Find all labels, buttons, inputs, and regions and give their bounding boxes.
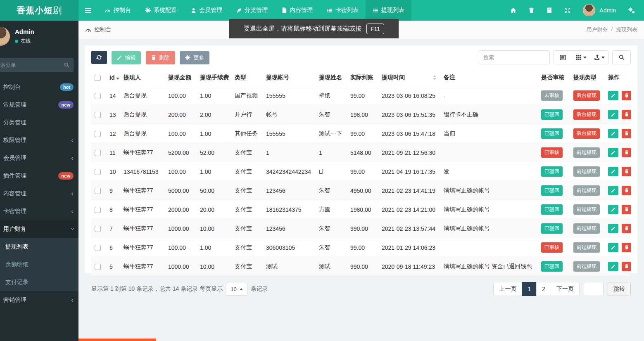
topbar-nav-withdraw-list[interactable]: 提现列表 xyxy=(366,0,411,21)
menu-badge: hot xyxy=(60,83,74,91)
table-search-input[interactable] xyxy=(479,50,550,64)
topbar-nav-content[interactable]: 内容管理 xyxy=(275,0,320,21)
page-size-select[interactable]: 10 xyxy=(226,283,247,296)
sidebar-menu-item[interactable]: 插件管理 new xyxy=(0,167,78,185)
user-icon xyxy=(191,8,196,13)
row-delete-button[interactable] xyxy=(622,167,631,176)
cell-type: 开户行 xyxy=(231,105,263,124)
sidebar-username: Admin xyxy=(15,28,34,35)
topbar-nav-system-config[interactable]: 系统配置 xyxy=(138,0,184,21)
pagination-prev[interactable]: 上一页 xyxy=(493,282,522,296)
cell-amount: 2000.00 xyxy=(165,200,197,219)
caret-down-icon xyxy=(601,57,605,59)
table-row: 5 蜗牛狂奔77 1000.00 10.00 支付宝 测试 测试 990.00 … xyxy=(91,257,631,276)
sidebar-search-input[interactable]: 搜索菜单 xyxy=(0,58,74,72)
row-checkbox[interactable] xyxy=(95,188,101,194)
row-delete-button[interactable] xyxy=(622,110,631,119)
row-checkbox[interactable] xyxy=(95,150,101,156)
select-all-checkbox[interactable] xyxy=(95,75,101,81)
sidebar-item-user-finance[interactable]: 用户财务 xyxy=(0,220,78,238)
row-delete-button[interactable] xyxy=(622,262,631,271)
sidebar-menu-item[interactable]: 权限管理 xyxy=(0,131,78,149)
user-menu[interactable]: Admin xyxy=(583,4,616,17)
row-delete-button[interactable] xyxy=(622,186,631,195)
row-delete-button[interactable] xyxy=(622,91,631,100)
topbar-nav-dashboard[interactable]: 控制台 xyxy=(97,0,138,21)
header-id[interactable]: Id xyxy=(106,69,120,86)
jump-button[interactable]: 跳转 xyxy=(608,282,631,296)
topbar-nav-members[interactable]: 会员管理 xyxy=(184,0,229,21)
pagination-next[interactable]: 下一页 xyxy=(551,282,580,296)
row-delete-button[interactable] xyxy=(622,243,631,252)
home-icon[interactable] xyxy=(510,7,516,14)
columns-button[interactable] xyxy=(572,50,590,64)
row-edit-button[interactable] xyxy=(608,167,618,176)
row-checkbox[interactable] xyxy=(95,112,101,118)
pagination-page-2[interactable]: 2 xyxy=(536,282,551,296)
detail-view-button[interactable] xyxy=(554,50,572,64)
row-edit-button[interactable] xyxy=(608,186,618,195)
jump-page-input[interactable] xyxy=(584,282,604,296)
finance-submenu: 提现列表 余额明细 支付记录 xyxy=(0,238,78,291)
sidebar-menu-item[interactable]: 常规管理 new xyxy=(0,96,78,114)
row-edit-button[interactable] xyxy=(608,262,618,271)
row-delete-button[interactable] xyxy=(622,148,631,157)
columns-icon xyxy=(576,54,582,60)
topbar-nav: 控制台 系统配置 会员管理 分类管理 内容管理 卡密列表 提现列表 xyxy=(78,0,411,21)
cogs-icon[interactable] xyxy=(628,7,635,14)
trash-icon xyxy=(625,226,629,231)
row-checkbox[interactable] xyxy=(95,264,101,270)
header-time[interactable]: 提现时间 xyxy=(378,69,440,86)
table-toolbar: 编辑 删除 更多 xyxy=(85,45,637,69)
row-delete-button[interactable] xyxy=(622,224,631,233)
menu-icon xyxy=(85,8,91,13)
row-delete-button[interactable] xyxy=(622,205,631,214)
refresh-button[interactable] xyxy=(91,51,107,64)
row-checkbox[interactable] xyxy=(95,169,101,175)
edit-button[interactable]: 编辑 xyxy=(112,51,141,64)
cell-id: 6 xyxy=(106,238,120,257)
sidebar-menu-item[interactable]: 营销管理 xyxy=(0,291,78,309)
sidebar-submenu-item[interactable]: 余额明细 xyxy=(0,256,78,273)
sidebar-submenu-item[interactable]: 提现列表 xyxy=(0,238,78,256)
cell-id: 5 xyxy=(106,257,120,276)
sidebar-menu-item[interactable]: 会员管理 xyxy=(0,149,78,167)
book-icon[interactable] xyxy=(547,7,552,13)
row-checkbox[interactable] xyxy=(95,245,101,251)
row-edit-button[interactable] xyxy=(608,148,618,157)
delete-button[interactable]: 删除 xyxy=(146,51,175,64)
pagination-page-1[interactable]: 1 xyxy=(522,282,537,296)
sidebar-toggle-button[interactable] xyxy=(78,0,97,21)
sidebar-menu-item[interactable]: 卡密管理 xyxy=(0,202,78,220)
logo-text-light: 剧 xyxy=(53,5,62,16)
row-edit-button[interactable] xyxy=(608,110,618,119)
row-edit-button[interactable] xyxy=(608,243,618,252)
row-edit-button[interactable] xyxy=(608,224,618,233)
topbar-nav-card-list[interactable]: 卡密列表 xyxy=(320,0,366,21)
more-button[interactable]: 更多 xyxy=(180,51,209,64)
avatar xyxy=(583,4,595,17)
topbar-nav-categories[interactable]: 分类管理 xyxy=(229,0,275,21)
row-delete-button[interactable] xyxy=(622,129,631,138)
trash-icon[interactable] xyxy=(529,7,534,13)
row-checkbox[interactable] xyxy=(95,207,101,213)
row-checkbox[interactable] xyxy=(95,131,101,137)
sidebar-menu-item[interactable]: 分类管理 xyxy=(0,114,78,131)
row-edit-button[interactable] xyxy=(608,129,618,138)
row-edit-button[interactable] xyxy=(608,205,618,214)
cell-actual: 99.00 xyxy=(347,238,378,257)
row-edit-button[interactable] xyxy=(608,91,618,100)
table-row: 6 蜗牛狂奔77 100.00 1.00 支付宝 306003105 朱智 99… xyxy=(91,238,631,257)
search-button[interactable] xyxy=(612,50,631,64)
row-checkbox[interactable] xyxy=(95,93,101,99)
export-button[interactable] xyxy=(590,50,608,64)
expand-icon[interactable] xyxy=(565,7,570,13)
fullscreen-toast: 要退出全屏，请将鼠标移动到屏幕顶端或按 F11 xyxy=(229,19,399,38)
sidebar-submenu-item[interactable]: 支付记录 xyxy=(0,273,78,291)
cell-time: 2023-03-06 15:51:35 xyxy=(378,105,440,124)
cell-type: 国产视频 xyxy=(231,86,263,105)
sidebar-menu-item[interactable]: 内容管理 xyxy=(0,185,78,202)
sidebar-menu-item[interactable]: 控制台 hot xyxy=(0,78,78,96)
row-checkbox[interactable] xyxy=(95,226,101,232)
gear-icon xyxy=(185,55,190,60)
